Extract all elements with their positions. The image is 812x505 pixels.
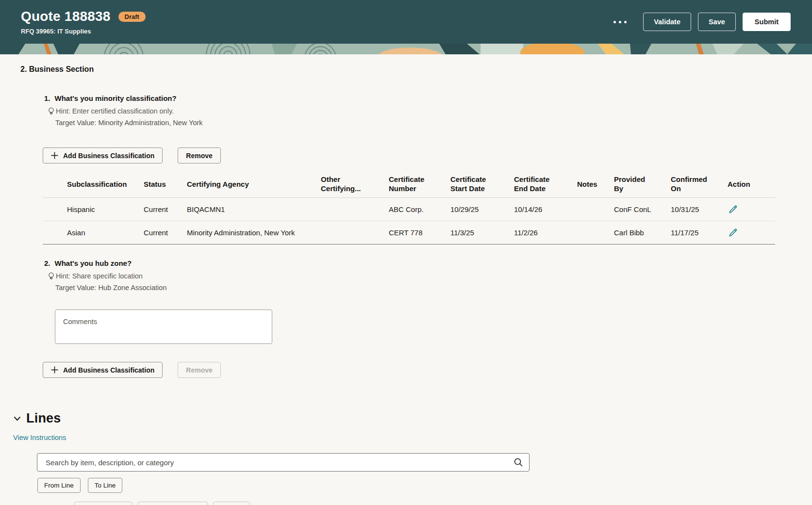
cell-status: Current [119,221,163,244]
classification-table: Subclassification Status Certifying Agen… [43,170,775,244]
question-minority-classification: 1. What's you minority classification? H… [44,93,812,128]
cell-provided-by: Carl Bibb [590,221,646,244]
search-icon[interactable] [514,457,523,467]
question-number: 2. [44,258,50,269]
page-title: Quote 188838 [21,9,111,24]
question-text: What's you hub zone? [55,258,132,269]
pencil-icon[interactable] [728,227,739,238]
pencil-icon[interactable] [728,204,739,215]
cell-subclassification: Asian [43,221,119,244]
cell-status: Current [119,198,163,221]
lines-actions-row: 2 items Add Alternate Add Price Breaks D… [37,502,812,505]
cell-certificate-end-date: 11/2/26 [490,221,553,244]
cell-provided-by: ConF ConL [590,198,646,221]
question-target-value: Target Value: Hub Zone Association [44,283,812,293]
line-range-filters: From Line To Line [37,478,812,493]
cell-certificate-start-date: 10/29/25 [426,198,490,221]
from-line-button[interactable]: From Line [37,478,81,493]
cell-other-certifying [297,198,365,221]
lightbulb-icon [48,107,54,115]
lines-section-header[interactable]: Lines [14,411,812,426]
table-row[interactable]: Asian Current Minority Administration, N… [43,221,775,244]
view-instructions-link[interactable]: View Instructions [13,434,66,441]
submit-button[interactable]: Submit [743,13,791,31]
remove-classification-button[interactable]: Remove [178,147,220,163]
quote-header-info: Quote 188838 Draft RFQ 39965: IT Supplie… [21,9,146,35]
cell-notes [553,198,590,221]
comments-textarea[interactable] [55,310,272,344]
chevron-down-icon [14,416,21,421]
cell-action [703,198,775,221]
cell-certifying-agency: BIQACMN1 [163,198,297,221]
col-certificate-end-date: Certificate End Date [490,170,553,198]
table-header-row: Subclassification Status Certifying Agen… [43,170,775,198]
decorative-banner [0,44,812,54]
cell-certificate-number: ABC Corp. [365,198,426,221]
add-business-classification-button[interactable]: Add Business Classification [43,147,163,163]
status-badge: Draft [118,12,146,22]
question-target-value: Target Value: Minority Administration, N… [44,118,812,128]
question-text: What's you minority classification? [55,93,177,104]
remove-classification-button-disabled[interactable]: Remove [178,362,220,378]
classification-toolbar-top: Add Business Classification Remove [43,147,812,163]
col-action: Action [703,170,775,198]
col-certifying-agency: Certifying Agency [163,170,297,198]
col-certificate-start-date: Certificate Start Date [426,170,490,198]
cell-confirmed-on: 11/17/25 [646,221,703,244]
question-number: 1. [44,93,50,104]
cell-notes [553,221,590,244]
cell-certificate-number: CERT 778 [365,221,426,244]
cell-action [703,221,775,244]
col-certificate-number: Certificate Number [365,170,426,198]
col-notes: Notes [553,170,590,198]
question-hint: Hint: Enter certified classification onl… [56,106,174,116]
col-other-certifying: Other Certifying... [297,170,365,198]
cell-certifying-agency: Minority Administration, New York [163,221,297,244]
header-actions: Validate Save Submit [611,13,791,31]
add-alternate-button[interactable]: Add Alternate [74,502,133,505]
cell-confirmed-on: 10/31/25 [646,198,703,221]
lines-heading-label: Lines [26,411,61,426]
question-hint: Hint: Share specific location [56,271,143,281]
lightbulb-icon [48,272,54,280]
table-row[interactable]: Hispanic Current BIQACMN1 ABC Corp. 10/2… [43,198,775,221]
save-button[interactable]: Save [698,13,736,31]
col-provided-by: Provided By [590,170,646,198]
to-line-button[interactable]: To Line [88,478,123,493]
plus-icon [51,152,58,159]
cell-certificate-end-date: 10/14/26 [490,198,553,221]
cell-certificate-start-date: 11/3/25 [426,221,490,244]
add-business-classification-button[interactable]: Add Business Classification [43,362,163,378]
validate-button[interactable]: Validate [643,13,691,31]
cell-other-certifying [297,221,365,244]
business-section-heading: 2. Business Section [20,65,812,74]
search-input[interactable] [37,453,530,472]
rfq-subtitle: RFQ 39965: IT Supplies [21,28,146,35]
plus-icon [51,366,58,374]
more-actions-icon[interactable] [611,18,630,26]
col-subclassification: Subclassification [43,170,119,198]
cell-subclassification: Hispanic [43,198,119,221]
question-hub-zone: 2. What's you hub zone? Hint: Share spec… [44,258,812,293]
col-confirmed-on: Confirmed On [646,170,703,198]
delete-button[interactable]: Delete [213,502,250,505]
classification-toolbar-bottom: Add Business Classification Remove [43,362,812,378]
quote-header: Quote 188838 Draft RFQ 39965: IT Supplie… [0,0,812,44]
add-price-breaks-button[interactable]: Add Price Breaks [138,502,208,505]
lines-search [37,453,530,472]
